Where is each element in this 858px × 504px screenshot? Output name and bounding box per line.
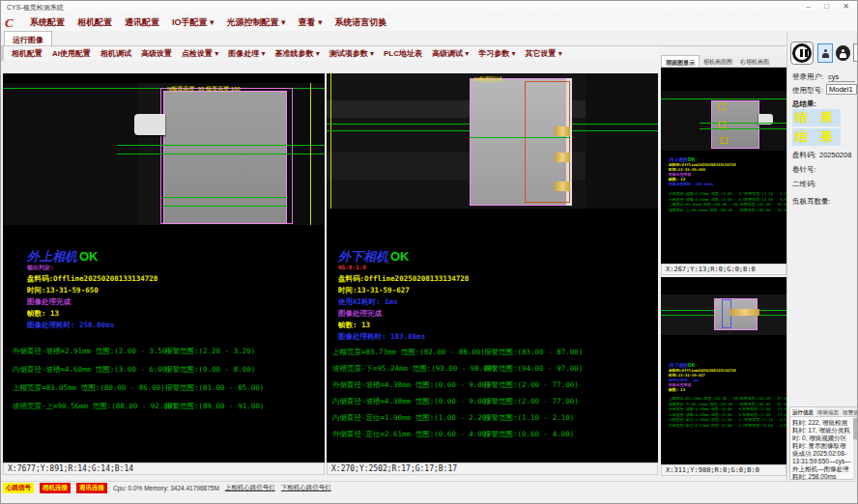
camera-viewport-left[interactable]: N极耳高度: 93 极耳高度:100 外上相机OK 输出判定: 盘料码:Offl… (3, 73, 325, 462)
tool-ai-usage-config[interactable]: AI使用配置 (52, 48, 91, 59)
log-tab-run-info[interactable]: 运行信息 (790, 407, 815, 416)
tool-camera-debug[interactable]: 相机调试 (100, 48, 131, 59)
elapsed-line: 图像处理耗时: 183.00ms (338, 332, 425, 342)
elapsed-line: 图像处理耗时: 258.00ms (27, 321, 114, 330)
exit-button[interactable]: ⇥ (853, 43, 858, 62)
mini-image-bottom (661, 294, 786, 335)
tool-camera-config[interactable]: 相机配置 (12, 48, 43, 59)
tool-other-settings[interactable]: 其它设置 ▾ (526, 48, 562, 59)
measure-line-overlay (700, 123, 786, 124)
tab-strip: 运行图像 (1, 31, 858, 46)
measurement-row: 坡槽宽度-下=95.24mm 范围:(93.00 - 98.00) 报警范围:(… (327, 364, 658, 374)
mini-panel-tabs: 瑕疵图显示 相机画面图 右相机画面 (661, 55, 786, 68)
model-label: 使用型号: (792, 86, 823, 96)
log-panel: 运行信息 瑕疵信息 报警信息 耗时: 222, 瑕疵检测耗时: 17, 瑕疵分类… (789, 406, 858, 480)
pixel-readout-left: X:7677;Y:891;R:14;G:14;B:14 (3, 462, 325, 475)
measurement-alarm: 报警范围:(2.20 - 3.20) (165, 347, 255, 356)
measurement-alarm: 报警范围:(94.00 - 97.00) (484, 364, 583, 374)
log-tab-alarm-info[interactable]: 报警信息 (841, 407, 858, 416)
model-input[interactable]: Model1 (826, 84, 857, 95)
measure-line-overlay (661, 98, 786, 99)
measure-line-overlay (163, 206, 287, 207)
lower-camera-heartbeat-link[interactable]: 下相机心跳信号灯 (281, 484, 331, 492)
camera-image-left: N极耳高度: 93 极耳高度:100 (3, 83, 325, 225)
measure-line-overlay (700, 128, 786, 129)
mini-viewport-bottom[interactable]: 内下相机OK 盘料码:Offline20250208133134728 时间:1… (661, 277, 786, 464)
menu-light-config[interactable]: 光源控制配置 ▾ (227, 16, 286, 29)
minimize-icon[interactable]: – (807, 2, 816, 11)
proc-done-line: 图像处理完成 (338, 309, 382, 319)
maximize-icon[interactable]: □ (824, 2, 835, 11)
comm-link-badge: 通讯连接 (76, 483, 107, 493)
tray-code-label: 盘料码: (792, 151, 816, 160)
tool-learning-params[interactable]: 学习参数 ▾ (478, 48, 515, 59)
camera-name: 内下相机 (669, 363, 688, 369)
upper-camera-heartbeat-link[interactable]: 上相机心跳信号灯 (225, 484, 275, 492)
user-circle-icon (840, 49, 846, 58)
tray-code-value: 20250208 (819, 151, 851, 159)
camera-name: 外下相机 (338, 249, 388, 264)
measurement-value: 上帽宽度=83.73mm 范围:(82.00 - 88.00) (332, 348, 485, 357)
tab-camera-frame[interactable]: 相机画面图 (700, 55, 736, 67)
pixel-readout-middle: X:270;Y:2502;R:17;G:17;B:17 (327, 462, 658, 475)
camera-link-badge: 相机连接 (40, 483, 71, 493)
measurement-row: 上帽宽度=83.73mm 范围:(82.00 - 88.00) 报警范围:(83… (327, 348, 658, 357)
tab-right-camera-frame[interactable]: 右相机画面 (736, 55, 773, 67)
ai-box-overlay (719, 122, 726, 128)
tool-image-processing[interactable]: 图像处理 ▾ (228, 48, 265, 59)
app-logo-icon: C (5, 16, 17, 29)
pixel-readout-mini-bottom: X:311;Y:980;R:0;G:0;B:0 (661, 464, 786, 476)
measurement-row: 内侧直径-坡槽=4.60mm 范围:(3.00 - 6.00) 报警范围:(0.… (3, 365, 325, 375)
measurement-alarm: 报警范围:(89.00 - 91.00) (165, 402, 264, 411)
menu-camera-config[interactable]: 相机配置 (77, 16, 112, 29)
menu-language-switch[interactable]: 系统语言切换 (335, 16, 387, 29)
tool-plc-address[interactable]: PLC地址表 (384, 48, 422, 59)
camera-name: 内上相机 (669, 157, 688, 163)
menu-bar: C 系统配置 相机配置 通讯配置 IO手配置 ▾ 光源控制配置 ▾ 查看 ▾ 系… (1, 14, 858, 31)
tab-glint (730, 309, 759, 316)
menu-io-config[interactable]: IO手配置 ▾ (172, 16, 214, 29)
login-user-button[interactable] (817, 43, 833, 63)
tab-run-image[interactable]: 运行图像 (4, 31, 52, 45)
output-judge-label: 输出判定: (27, 264, 54, 272)
measurement-row: 外侧直径-坡槽=2.91mm 范围:(2.00 - 3.50) 报警范围:(2.… (3, 347, 325, 356)
menu-view[interactable]: 查看 ▾ (299, 16, 323, 29)
tool-test-params[interactable]: 测试项参数 ▾ (329, 48, 374, 59)
cell-edge-image (163, 91, 287, 224)
height-overlay-label: N极耳高度: 93 极耳高度:100 (167, 85, 241, 94)
mini-viewport-top[interactable]: 内上相机OK 盘料码:Offline20250208133134728 时间:1… (661, 68, 786, 264)
measurement-alarm: 报警范围:(81.00 - 85.00) (165, 383, 264, 393)
log-text: 耗时: 222, 瑕疵检测耗时: 17, 瑕疵分类耗时: 0, 瑕疵视频分区耗时… (790, 417, 857, 483)
tool-baseline-params[interactable]: 基准线参数 ▾ (275, 48, 320, 59)
barcode-line: 盘料码:Offline20250208133134728 (338, 274, 469, 284)
neg-tab-count-label: 负极耳数量: (792, 197, 831, 207)
close-icon[interactable]: ✕ (843, 2, 855, 11)
measure-line-overlay (470, 137, 570, 138)
log-scrollbar-thumb[interactable] (853, 418, 857, 439)
total-result-label: 总结果: (792, 99, 816, 109)
tool-advanced-settings[interactable]: 高级设置 (141, 48, 172, 59)
pause-icon (792, 43, 812, 63)
measurement-row: 坡槽宽度-上=90.56mm 范围:(88.00 - 92.00)报警范围:(8… (669, 208, 786, 213)
measurement-value: 坡槽宽度-下=95.24mm 范围:(93.00 - 98.00) (332, 364, 497, 374)
mini-text-block-top: 内上相机OK 盘料码:Offline20250208133134728 时间:1… (669, 156, 786, 212)
frames-line: 帧数: 13 (338, 321, 370, 330)
measurement-row: 坡槽宽度-上=90.56mm 范围:(88.00 - 92.00) 报警范围:(… (3, 402, 325, 411)
measurement-value: 内侧直径-坡槽=4.38mm 范围:(0.00 - 9.00) (332, 397, 491, 406)
tab-defect-display[interactable]: 瑕疵图显示 (661, 55, 700, 67)
switch-user-button[interactable] (836, 45, 850, 61)
menu-comm-config[interactable]: 通讯配置 (125, 16, 159, 29)
measurement-value: 坡槽宽度-上=90.56mm 范围:(88.00 - 92.00) (13, 402, 177, 411)
status-bar: 心跳信号 相机连接 通讯连接 Cpu: 0.0% Memory: 3424.41… (1, 481, 858, 493)
login-user-value[interactable]: cys (828, 72, 855, 82)
measurement-alarm: 报警范围:(83.00 - 87.00) (484, 348, 583, 357)
log-tab-defect-info[interactable]: 瑕疵信息 (815, 407, 841, 416)
ai-time-line: 使用AI耗时: 1ms (338, 297, 398, 307)
measurement-row: 内侧直径-坡槽=4.38mm 范围:(0.00 - 9.00) 报警范围:(2.… (327, 397, 658, 406)
tab-glint (555, 126, 570, 136)
menu-system-config[interactable]: 系统配置 (30, 16, 65, 29)
tool-spot-check[interactable]: 点检设置 ▾ (182, 48, 218, 59)
tool-advanced-debug[interactable]: 高级调试 ▾ (432, 48, 469, 59)
pause-button[interactable] (790, 42, 814, 65)
camera-viewport-middle[interactable]: AI检测区域 外下相机OK NG:0:1:0 盘料码:Offline202502… (327, 73, 658, 462)
